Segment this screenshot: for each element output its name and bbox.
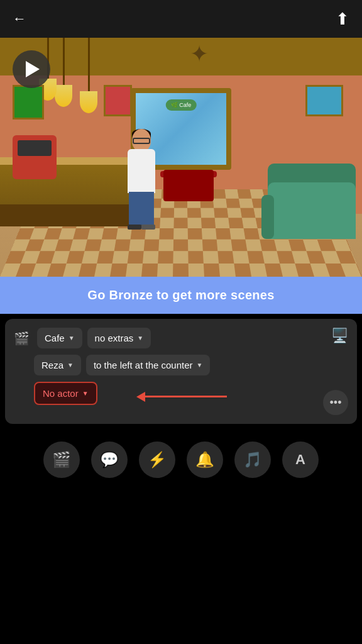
toolbar-lightning-button[interactable]: ⚡ bbox=[139, 441, 175, 478]
wall-picture-2 bbox=[104, 85, 132, 116]
wall-picture-3 bbox=[305, 85, 343, 116]
toolbar-film-button[interactable]: 🎬 bbox=[43, 441, 80, 478]
monitor-icon: 🖥️ bbox=[331, 328, 348, 344]
sofa bbox=[268, 182, 356, 239]
location-value: Cafe bbox=[45, 333, 65, 343]
position-value: to the left at the counter bbox=[94, 360, 193, 370]
ceiling-fan: ✦ bbox=[190, 41, 209, 67]
sofa-arm bbox=[261, 195, 274, 239]
bell-icon: 🔔 bbox=[195, 451, 214, 469]
window-sign: 🌿 Cafe bbox=[166, 99, 197, 111]
character-arrow: ▼ bbox=[67, 362, 74, 369]
lightning-icon: ⚡ bbox=[148, 451, 167, 469]
wall-picture-1 bbox=[13, 85, 44, 119]
more-options-button[interactable]: ••• bbox=[323, 390, 348, 415]
music-icon: 🎵 bbox=[243, 451, 262, 469]
top-bar: ← ⬆ bbox=[0, 0, 362, 38]
char-pants-left bbox=[129, 192, 141, 226]
toolbar-music-button[interactable]: 🎵 bbox=[234, 441, 271, 478]
chat-icon: 💬 bbox=[100, 451, 119, 469]
lamp-1 bbox=[55, 85, 72, 107]
scene-row-2: Reza ▼ to the left at the counter ▼ bbox=[14, 355, 348, 375]
char-pants-right bbox=[141, 192, 154, 226]
position-arrow: ▼ bbox=[197, 362, 203, 369]
arrow-line bbox=[145, 396, 227, 397]
char-glasses bbox=[133, 138, 150, 144]
video-area: 🌿 Cafe ✦ bbox=[0, 38, 362, 277]
actor-value: No actor bbox=[43, 388, 79, 399]
extras-value: no extras bbox=[95, 333, 134, 343]
character-reza bbox=[123, 129, 160, 230]
scene-editor: 🎬 Cafe ▼ no extras ▼ 🖥️ Reza ▼ to the le… bbox=[5, 319, 357, 424]
char-shoe-left bbox=[128, 225, 141, 230]
cafe-scene: 🌿 Cafe ✦ bbox=[0, 38, 362, 277]
bottom-toolbar: 🎬 💬 ⚡ 🔔 🎵 A bbox=[0, 429, 362, 493]
more-icon: ••• bbox=[330, 396, 342, 409]
light-cord-2 bbox=[88, 38, 90, 94]
location-arrow: ▼ bbox=[69, 335, 75, 341]
light-cord-1 bbox=[63, 38, 65, 88]
promo-text: Go Bronze to get more scenes bbox=[87, 288, 274, 302]
char-shoe-right bbox=[141, 225, 155, 230]
film-strip-icon: 🎬 bbox=[14, 331, 30, 346]
char-body bbox=[128, 149, 155, 193]
play-icon bbox=[26, 61, 40, 77]
text-icon: A bbox=[295, 452, 305, 468]
scene-row-1: 🎬 Cafe ▼ no extras ▼ 🖥️ bbox=[14, 328, 348, 348]
toolbar-text-button[interactable]: A bbox=[282, 441, 319, 478]
promo-banner[interactable]: Go Bronze to get more scenes bbox=[0, 277, 362, 314]
back-button[interactable]: ← bbox=[13, 11, 26, 27]
actor-arrow: ▼ bbox=[82, 390, 89, 397]
table-1 bbox=[163, 170, 214, 201]
cash-register bbox=[13, 135, 57, 179]
arrow-head-icon bbox=[136, 392, 145, 402]
character-dropdown[interactable]: Reza ▼ bbox=[34, 355, 81, 375]
toolbar-bell-button[interactable]: 🔔 bbox=[187, 441, 223, 478]
location-dropdown[interactable]: Cafe ▼ bbox=[37, 328, 82, 348]
film-icon: 🎬 bbox=[52, 451, 71, 469]
share-button[interactable]: ⬆ bbox=[336, 9, 349, 29]
position-dropdown[interactable]: to the left at the counter ▼ bbox=[86, 355, 211, 375]
ceiling bbox=[0, 38, 362, 75]
lamp-2 bbox=[80, 91, 97, 113]
actor-dropdown[interactable]: No actor ▼ bbox=[34, 382, 97, 405]
toolbar-chat-button[interactable]: 💬 bbox=[91, 441, 128, 478]
extras-dropdown[interactable]: no extras ▼ bbox=[87, 328, 151, 348]
extras-arrow: ▼ bbox=[137, 335, 143, 341]
annotation-arrow bbox=[136, 392, 227, 402]
character-value: Reza bbox=[41, 360, 63, 370]
play-button[interactable] bbox=[13, 50, 50, 88]
scene-row-3: No actor ▼ bbox=[14, 382, 348, 411]
